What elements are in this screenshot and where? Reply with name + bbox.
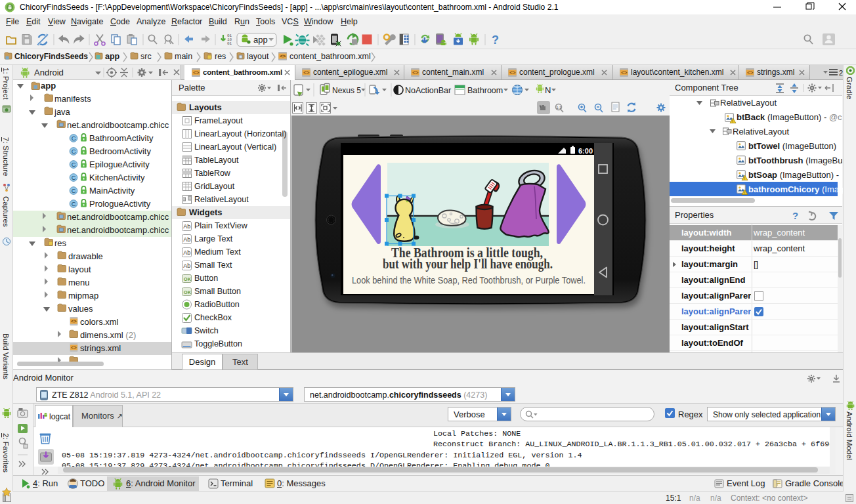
svg-text:<>: <> [280, 53, 286, 59]
svg-text:01: 01 [227, 41, 232, 46]
svg-text:NoActionBar: NoActionBar [405, 86, 451, 95]
svg-text:N: N [545, 85, 551, 95]
svg-text:6:00: 6:00 [578, 147, 593, 155]
svg-text:Bathroom: Bathroom [467, 86, 503, 95]
svg-text:but with your help I'll have e: but with your help I'll have enough. [383, 257, 553, 272]
svg-text:1:1: 1:1 [557, 106, 562, 110]
svg-text:Nexus 5: Nexus 5 [332, 86, 361, 95]
svg-text:Look behind the White Soap, Re: Look behind the White Soap, Red Toothbru… [352, 275, 586, 285]
svg-text:?: ? [792, 210, 798, 221]
svg-text:app: app [253, 35, 268, 45]
svg-text:Android: Android [34, 68, 64, 77]
svg-text:?: ? [492, 33, 499, 47]
